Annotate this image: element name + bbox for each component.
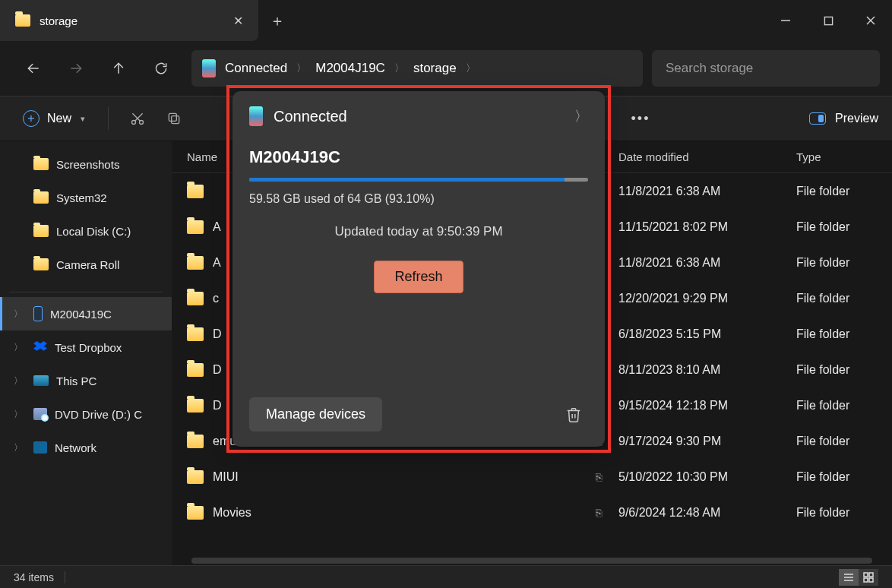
folder-icon	[187, 185, 204, 198]
shortcut-icon: ⎘	[593, 505, 605, 520]
file-date: 6/18/2023 5:15 PM	[618, 327, 796, 341]
folder-icon	[187, 256, 204, 270]
refresh-button[interactable]: Refresh	[374, 261, 463, 293]
file-name: Movies	[213, 506, 251, 520]
new-label: New	[47, 112, 71, 125]
dropbox-icon	[33, 341, 47, 353]
back-button[interactable]	[12, 50, 55, 87]
chevron-right-icon[interactable]: 〉	[296, 62, 306, 75]
horizontal-scrollbar[interactable]	[191, 558, 872, 564]
file-date: 8/11/2023 8:10 AM	[618, 363, 796, 377]
manage-devices-button[interactable]: Manage devices	[249, 397, 382, 432]
table-row[interactable]: MIUI⎘5/10/2022 10:30 PMFile folder	[172, 459, 892, 495]
crumb-storage[interactable]: storage	[413, 61, 457, 76]
svg-rect-11	[172, 116, 179, 124]
folder-icon	[187, 292, 204, 305]
tab-storage[interactable]: storage ✕	[0, 0, 258, 41]
folder-icon	[187, 399, 204, 413]
title-bar: storage ✕ ＋	[0, 0, 892, 41]
panel-expand-button[interactable]: 〉	[574, 107, 588, 125]
delete-button[interactable]	[559, 400, 588, 429]
chevron-down-icon: ▾	[81, 114, 85, 124]
sidebar-item[interactable]: 〉M2004J19C	[0, 297, 172, 330]
sidebar-item[interactable]: 〉This PC	[0, 364, 172, 397]
pc-icon	[33, 375, 49, 386]
close-window-button[interactable]	[849, 0, 892, 41]
item-count: 34 items	[14, 571, 54, 583]
refresh-nav-button[interactable]	[140, 50, 182, 87]
more-button[interactable]: •••	[624, 111, 658, 127]
file-type: File folder	[796, 506, 883, 520]
preview-button[interactable]: Preview	[835, 112, 878, 125]
col-date[interactable]: Date modified	[618, 150, 796, 163]
file-date: 9/17/2024 9:30 PM	[618, 435, 796, 448]
file-type: File folder	[796, 256, 883, 270]
cut-button[interactable]	[122, 103, 153, 134]
storage-progress	[249, 178, 588, 182]
file-type: File folder	[796, 399, 883, 413]
sidebar-item[interactable]: System32	[0, 181, 172, 214]
file-date: 9/6/2024 12:48 AM	[618, 506, 796, 520]
svg-rect-18	[864, 578, 868, 582]
file-name: D	[213, 327, 222, 341]
col-type[interactable]: Type	[796, 150, 883, 163]
new-tab-button[interactable]: ＋	[258, 0, 296, 41]
breadcrumb[interactable]: Connected 〉 M2004J19C 〉 storage 〉	[191, 50, 643, 87]
minimize-button[interactable]	[764, 0, 807, 41]
sidebar-item-label: Screenshots	[56, 158, 119, 171]
copy-button[interactable]	[159, 103, 189, 134]
file-type: File folder	[796, 470, 883, 484]
folder-icon	[187, 363, 204, 377]
sidebar-item[interactable]: 〉Network	[0, 431, 172, 464]
sidebar-item-label: Camera Roll	[56, 258, 119, 271]
folder-icon	[33, 158, 49, 170]
file-date: 11/8/2021 6:38 AM	[618, 256, 796, 270]
sidebar-item-label: System32	[56, 191, 107, 204]
chevron-right-icon[interactable]: 〉	[11, 308, 26, 321]
chevron-right-icon[interactable]: 〉	[11, 375, 26, 387]
panel-title: Connected	[274, 108, 564, 125]
thumbnail-view-button[interactable]	[859, 569, 878, 586]
new-button[interactable]: + New ▾	[14, 106, 94, 131]
preview-icon	[809, 112, 826, 125]
sidebar-item[interactable]: Screenshots	[0, 147, 172, 181]
crumb-connected[interactable]: Connected	[225, 61, 287, 76]
search-input[interactable]: Search storage	[652, 50, 880, 87]
sidebar-item-label: Local Disk (C:)	[56, 225, 131, 238]
sidebar-item[interactable]: Camera Roll	[0, 248, 172, 281]
close-tab-icon[interactable]: ✕	[233, 14, 243, 28]
sidebar-item[interactable]: 〉Test Dropbox	[0, 330, 172, 364]
storage-usage: 59.58 GB used of 64 GB (93.10%)	[249, 192, 588, 206]
crumb-device[interactable]: M2004J19C	[315, 61, 385, 76]
forward-button[interactable]	[55, 50, 97, 87]
folder-icon	[187, 470, 204, 484]
nav-bar: Connected 〉 M2004J19C 〉 storage 〉 Search…	[0, 41, 892, 96]
chevron-right-icon[interactable]: 〉	[11, 341, 26, 354]
svg-rect-17	[869, 573, 873, 577]
sidebar-item[interactable]: Local Disk (C:)	[0, 214, 172, 248]
svg-rect-19	[869, 578, 873, 582]
sidebar-item[interactable]: 〉DVD Drive (D:) C	[0, 397, 172, 431]
file-date: 11/8/2021 6:38 AM	[618, 185, 796, 198]
svg-rect-12	[169, 113, 176, 121]
chevron-right-icon[interactable]: 〉	[11, 441, 26, 454]
file-type: File folder	[796, 327, 883, 341]
svg-rect-16	[864, 573, 868, 577]
details-view-button[interactable]	[839, 569, 859, 586]
up-button[interactable]	[97, 50, 140, 87]
file-type: File folder	[796, 435, 883, 448]
maximize-button[interactable]	[807, 0, 849, 41]
chevron-right-icon[interactable]: 〉	[11, 408, 26, 421]
file-type: File folder	[796, 185, 883, 198]
table-row[interactable]: Movies⎘9/6/2024 12:48 AMFile folder	[172, 495, 892, 530]
device-icon	[249, 106, 263, 126]
chevron-right-icon[interactable]: 〉	[394, 62, 404, 75]
file-type: File folder	[796, 292, 883, 305]
dvd-icon	[33, 408, 47, 420]
device-icon	[202, 59, 216, 77]
sidebar-item-label: Test Dropbox	[55, 341, 122, 354]
file-name: c	[213, 292, 219, 305]
file-date: 5/10/2022 10:30 PM	[618, 470, 796, 484]
chevron-right-icon[interactable]: 〉	[466, 62, 476, 75]
sidebar-item-label: DVD Drive (D:) C	[55, 408, 142, 421]
